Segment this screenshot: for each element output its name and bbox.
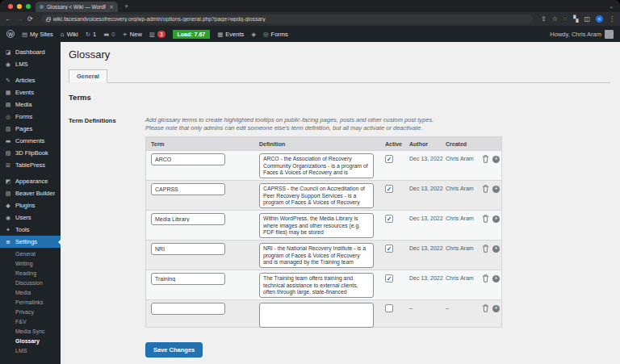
term-input[interactable] xyxy=(151,153,225,165)
term-input[interactable] xyxy=(151,273,225,285)
tab-search-chevron-icon[interactable]: ⌄ xyxy=(609,3,614,10)
submenu-item-discussion[interactable]: Discussion xyxy=(0,278,61,288)
browser-menu-icon[interactable]: ⋮ xyxy=(609,15,615,23)
submenu-item-lms[interactable]: LMS xyxy=(0,346,61,356)
delete-term-icon[interactable] xyxy=(482,215,489,223)
wordpress-logo-icon[interactable]: W xyxy=(6,30,15,38)
glossary-terms-table: Term Definition Active Author Created AR… xyxy=(145,136,502,328)
sidebar-item-3d-flipbook[interactable]: ▧3D FlipBook xyxy=(0,147,61,159)
minimize-window-button[interactable] xyxy=(17,4,22,9)
active-checkbox[interactable] xyxy=(385,304,393,312)
sidebar-item-forms[interactable]: ◎Forms xyxy=(0,111,61,123)
profile-avatar[interactable]: c xyxy=(596,15,603,23)
active-checkbox[interactable] xyxy=(385,215,393,223)
tab-close-icon[interactable]: ✕ xyxy=(109,4,114,10)
extensions-puzzle-icon[interactable]: ▚ xyxy=(573,15,578,23)
my-sites-menu[interactable]: ▤ My Sites xyxy=(22,31,53,38)
column-header-created: Created xyxy=(441,141,479,147)
sidebar-item-appearance[interactable]: ◩Appearance xyxy=(0,175,61,187)
definition-textarea[interactable]: The Training team offers training and te… xyxy=(259,273,374,298)
delete-term-icon[interactable] xyxy=(482,155,489,163)
term-input[interactable] xyxy=(151,183,225,195)
sidebar-item-events[interactable]: ▦Events xyxy=(0,86,61,98)
events-menu[interactable]: ▦ Events xyxy=(217,31,244,38)
side-panel-icon[interactable]: ◫ xyxy=(584,15,590,23)
site-home-menu[interactable]: ⌂ Wiki xyxy=(61,31,78,38)
account-menu[interactable]: Howdy, Chris Aram xyxy=(550,30,614,39)
term-input[interactable] xyxy=(151,243,225,255)
sidebar-item-tablepress[interactable]: ☰TablePress xyxy=(0,159,61,171)
submenu-item-general[interactable]: General xyxy=(0,249,61,259)
forms-menu[interactable]: ◎ Forms xyxy=(263,31,288,38)
browser-tab[interactable]: Glossary < Wiki — WordPress ✕ xyxy=(36,2,118,12)
add-term-icon[interactable]: + xyxy=(492,186,500,193)
sidebar-item-tools[interactable]: ✦Tools xyxy=(0,224,61,236)
share-icon[interactable]: ⇧ xyxy=(541,15,547,23)
submenu-item-glossary[interactable]: Glossary xyxy=(0,337,61,346)
sidebar-item-users[interactable]: ◉Users xyxy=(0,211,61,224)
add-term-icon[interactable]: + xyxy=(492,275,500,282)
bookmark-star-icon[interactable]: ☆ xyxy=(552,15,558,23)
maximize-window-button[interactable] xyxy=(26,4,31,9)
sidebar-item-plugins[interactable]: ◆Plugins xyxy=(0,199,61,211)
term-input[interactable] xyxy=(151,213,225,225)
add-term-icon[interactable]: + xyxy=(492,156,500,163)
definition-textarea[interactable]: NRI - the National Recovery Institute - … xyxy=(259,243,374,268)
submenu-item-privacy[interactable]: Privacy xyxy=(0,308,61,317)
sidebar-item-dashboard[interactable]: ◪Dashboard xyxy=(0,46,61,58)
delete-term-icon[interactable] xyxy=(482,304,489,312)
tab-title: Glossary < Wiki — WordPress xyxy=(47,4,106,10)
address-bar[interactable]: wiki.facesandvoicesofrecovery.org/wp-adm… xyxy=(41,15,533,23)
delete-term-icon[interactable] xyxy=(482,185,489,193)
reload-icon[interactable]: ⟳ xyxy=(27,15,33,23)
sidebar-item-beaver-builder[interactable]: ▨Beaver Builder xyxy=(0,187,61,199)
active-checkbox[interactable] xyxy=(385,185,393,193)
extension-dots-icon[interactable]: ∷ xyxy=(563,16,568,23)
comments-icon: ▬ xyxy=(5,138,11,144)
sidebar-item-media[interactable]: ▤Media xyxy=(0,98,61,111)
sidebar-item-comments[interactable]: ▬Comments xyxy=(0,135,61,147)
forward-icon[interactable]: → xyxy=(16,15,23,23)
submenu-item-media[interactable]: Media xyxy=(0,288,61,298)
dashboard-icon: ◪ xyxy=(5,49,11,56)
sidebar-item-articles[interactable]: ✎Articles xyxy=(0,74,61,86)
submenu-item-media-sync[interactable]: Media Sync xyxy=(0,327,61,337)
submenu-item-reading[interactable]: Reading xyxy=(0,269,61,278)
sidebar-item-lms[interactable]: ◉LMS xyxy=(0,58,61,70)
submenu-item-writing[interactable]: Writing xyxy=(0,259,61,269)
add-term-icon[interactable]: + xyxy=(492,245,500,253)
active-checkbox[interactable] xyxy=(385,155,393,163)
comments-menu[interactable]: ▬ 0 xyxy=(103,31,115,38)
back-icon[interactable]: ← xyxy=(5,15,11,23)
url-text: wiki.facesandvoicesofrecovery.org/wp-adm… xyxy=(53,16,266,22)
term-input[interactable] xyxy=(151,303,225,315)
server-load-badge[interactable]: Load: 7.67 xyxy=(173,30,211,39)
save-changes-button[interactable]: Save Changes xyxy=(145,342,203,358)
author-cell: Dec 13, 2022 xyxy=(404,243,441,251)
delete-term-icon[interactable] xyxy=(482,245,489,253)
close-window-button[interactable] xyxy=(8,4,13,9)
sidebar-item-pages[interactable]: ▥Pages xyxy=(0,123,61,135)
new-content-menu[interactable]: + New xyxy=(123,31,142,38)
author-cell: Dec 13, 2022 xyxy=(404,183,441,191)
tab-general[interactable]: General xyxy=(69,69,107,83)
active-checkbox[interactable] xyxy=(385,245,393,253)
notifications-menu[interactable]: ▥ 3 xyxy=(149,31,165,38)
definition-textarea[interactable]: Within WordPress, the Media Library is w… xyxy=(259,213,374,238)
add-term-icon[interactable]: + xyxy=(492,305,500,312)
definition-textarea[interactable] xyxy=(259,303,374,328)
window-controls[interactable] xyxy=(8,4,31,9)
diamond-plugin-icon[interactable]: ◈ xyxy=(251,31,256,38)
definition-textarea[interactable]: ARCO - the Association of Recovery Commu… xyxy=(259,153,374,178)
definition-textarea[interactable]: CAPRSS - the Council on Accreditation of… xyxy=(259,183,374,208)
submenu-item-permalinks[interactable]: Permalinks xyxy=(0,298,61,308)
add-term-icon[interactable]: + xyxy=(492,215,500,223)
delete-term-icon[interactable] xyxy=(482,274,489,282)
active-checkbox[interactable] xyxy=(385,274,393,282)
settings-icon: ≡ xyxy=(5,239,11,245)
sidebar-item-settings[interactable]: ≡Settings xyxy=(0,236,61,248)
updates-menu[interactable]: ↻ 1 xyxy=(86,31,96,38)
browser-tabstrip: Glossary < Wiki — WordPress ✕ + ⌄ xyxy=(0,0,620,12)
new-tab-button[interactable]: + xyxy=(124,2,128,10)
submenu-item-fv[interactable]: F&V xyxy=(0,317,61,327)
